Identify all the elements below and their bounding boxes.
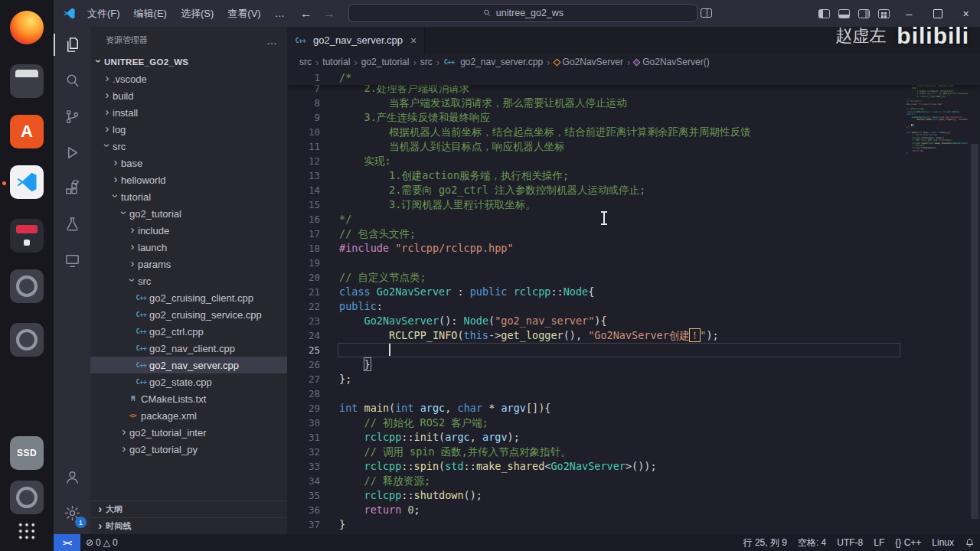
code-line-35[interactable]: 35 rclcpp::shutdown(); [287,488,980,503]
code-line-11[interactable]: 11 当机器人到达目标点，响应机器人坐标 [287,139,980,154]
code-line-34[interactable]: 34 // 释放资源; [287,474,980,488]
minimize-button[interactable]: – [895,0,923,27]
breadcrumb-item-tutorial[interactable]: tutorial [322,57,350,67]
code-line-27[interactable]: 27}; [287,372,980,386]
more-actions-icon[interactable]: … [266,34,278,47]
outline-panel-header[interactable]: › 大纲 [90,500,287,517]
menu-item-2[interactable]: 选择(S) [174,0,220,27]
explorer-item-go2-tutorial[interactable]: ›go2_tutorial [90,205,287,222]
remote-indicator[interactable]: >< [54,534,80,551]
explorer-item-go2-cruising-service-cpp[interactable]: C++go2_cruising_service.cpp [90,306,287,323]
code-line-30[interactable]: 30 // 初始化 ROS2 客户端; [287,416,980,430]
back-arrow-icon[interactable]: ← [300,7,312,21]
code-line-8[interactable]: 8 当客户端发送取消请求，那么需要让机器人停止运动 [287,96,980,110]
forward-arrow-icon[interactable]: → [323,7,335,21]
explorer-item-base[interactable]: ›base [90,155,287,171]
code-line-25[interactable]: 25 [287,343,980,357]
explorer-item-go2-tutorial-inter[interactable]: ›go2_tutorial_inter [90,424,287,441]
code-editor[interactable]: 1/* 7 2.处理客户端取消请求8 当客户端发送取消请求，那么需要让机器人停止… [287,70,980,534]
explorer-item-go2-state-cpp[interactable]: C++go2_state.cpp [90,373,287,390]
search-activity-icon[interactable] [54,63,90,99]
software-store-icon[interactable]: A [10,115,44,148]
code-line-33[interactable]: 33 rclcpp::spin(std::make_shared<Go2NavS… [287,459,980,474]
code-line-9[interactable]: 9 3.产生连续反馈和最终响应 [287,110,980,125]
code-line-29[interactable]: 29int main(int argc, char * argv[]){ [287,401,980,416]
source-control-activity-icon[interactable] [54,99,90,135]
status-item-1[interactable]: 空格: 4 [792,534,831,551]
code-line-36[interactable]: 36 return 0; [287,503,980,517]
code-line-32[interactable]: 32 // 调用 spin 函数,并传入节点对象指针。 [287,445,980,459]
camera-app-icon[interactable] [10,269,44,303]
menu-item-1[interactable]: 编辑(E) [127,0,174,27]
run-debug-activity-icon[interactable] [54,135,90,171]
explorer-item-cmakelists-txt[interactable]: MCMakeLists.txt [90,390,287,407]
settings-activity-icon[interactable]: 1 [54,495,90,531]
code-line-14[interactable]: 14 2.需要向 go2_ctrl 注入参数控制机器人运动或停止; [287,183,980,197]
breadcrumb-item-src[interactable]: src [299,57,312,67]
command-center-search[interactable]: unitree_go2_ws [348,4,697,22]
firefox-icon[interactable] [10,11,44,44]
explorer-item-package-xml[interactable]: <>package.xml [90,407,287,424]
account-activity-icon[interactable] [54,459,90,495]
menu-item-0[interactable]: 文件(F) [80,0,127,27]
camera-app-icon-3[interactable] [10,481,44,514]
workspace-root-row[interactable]: › UNITREE_GO2_WS [90,54,287,70]
testing-activity-icon[interactable] [54,207,90,243]
files-app-icon[interactable] [10,64,44,98]
tab-close-icon[interactable]: × [410,34,416,47]
split-editor-icon[interactable] [701,8,712,18]
camera-app-icon-2[interactable] [10,323,44,357]
breadcrumb-item-go2navserver[interactable]: Go2NavServer() [634,57,709,67]
explorer-item-log[interactable]: ›log [90,121,287,138]
explorer-item-launch[interactable]: ›launch [90,239,287,256]
timeline-panel-header[interactable]: › 时间线 [90,517,287,534]
notifications-bell[interactable] [959,534,980,551]
extensions-activity-icon[interactable] [54,171,90,207]
explorer-item-src[interactable]: ›src [90,138,287,155]
explorer-item-src[interactable]: ›src [90,272,287,289]
code-line-26[interactable]: 26 } [287,357,980,372]
breadcrumb-item-go2-nav-server-cpp[interactable]: C++go2_nav_server.cpp [443,57,543,67]
app-grid-icon[interactable] [10,514,44,548]
breadcrumb-item-src[interactable]: src [420,57,433,67]
status-item-0[interactable]: 行 25, 列 9 [738,534,792,551]
problems-indicator[interactable]: ⊘ 0 △ 0 [80,534,123,551]
explorer-item-helloworld[interactable]: ›helloworld [90,171,287,188]
code-line-28[interactable]: 28 [287,386,980,401]
explorer-item-go2-nav-client-cpp[interactable]: C++go2_nav_client.cpp [90,340,287,357]
code-line-24[interactable]: 24 RCLCPP_INFO(this->get_logger(), "Go2N… [287,328,980,343]
toggle-secondary-sidebar-icon[interactable] [858,9,870,18]
code-line-22[interactable]: 22public: [287,299,980,314]
code-line-23[interactable]: 23 Go2NavServer(): Node("go2_nav_server"… [287,314,980,328]
code-line-18[interactable]: 18#include "rclcpp/rclcpp.hpp" [287,241,980,256]
code-line-15[interactable]: 15 3.订阅机器人里程计获取坐标。 [287,197,980,212]
explorer-item-build[interactable]: ›build [90,87,287,104]
explorer-item-tutorial[interactable]: ›tutorial [90,188,287,205]
explorer-item-vscode[interactable]: ›.vscode [90,70,287,87]
code-line-20[interactable]: 20// 自定义节点类; [287,270,980,285]
tab-go2-nav-server[interactable]: C++ go2_nav_server.cpp × [287,27,425,54]
ssd-drive-icon[interactable]: SSD [10,436,44,470]
maximize-button[interactable] [923,0,952,27]
vscode-dock-icon[interactable] [10,165,44,199]
remote-explorer-activity-icon[interactable] [54,243,90,279]
toggle-sidebar-icon[interactable] [818,9,830,18]
menu-item-4[interactable]: … [268,0,292,27]
explorer-item-go2-ctrl-cpp[interactable]: C++go2_ctrl.cpp [90,323,287,340]
breadcrumb-item-go2navserver[interactable]: Go2NavServer [554,57,623,67]
code-line-1[interactable]: 1/* [287,70,980,85]
code-line-17[interactable]: 17// 包含头文件; [287,227,980,241]
close-button[interactable]: × [952,0,980,27]
code-line-19[interactable]: 19 [287,256,980,270]
recorder-app-icon[interactable] [10,219,44,253]
breadcrumb-item-go2-tutorial[interactable]: go2_tutorial [361,57,410,67]
status-item-2[interactable]: UTF-8 [831,534,868,551]
code-line-10[interactable]: 10 根据机器人当前坐标，结合起点坐标，结合前进距离计算剩余距离并周期性反馈 [287,125,980,139]
menu-item-3[interactable]: 查看(V) [220,0,267,27]
explorer-item-install[interactable]: ›install [90,104,287,121]
status-item-3[interactable]: LF [868,534,890,551]
explorer-item-params[interactable]: ›params [90,256,287,272]
code-line-16[interactable]: 16*/ [287,212,980,227]
status-item-4[interactable]: {} C++ [890,534,926,551]
explorer-item-go2-cruising-client-cpp[interactable]: C++go2_cruising_client.cpp [90,289,287,306]
